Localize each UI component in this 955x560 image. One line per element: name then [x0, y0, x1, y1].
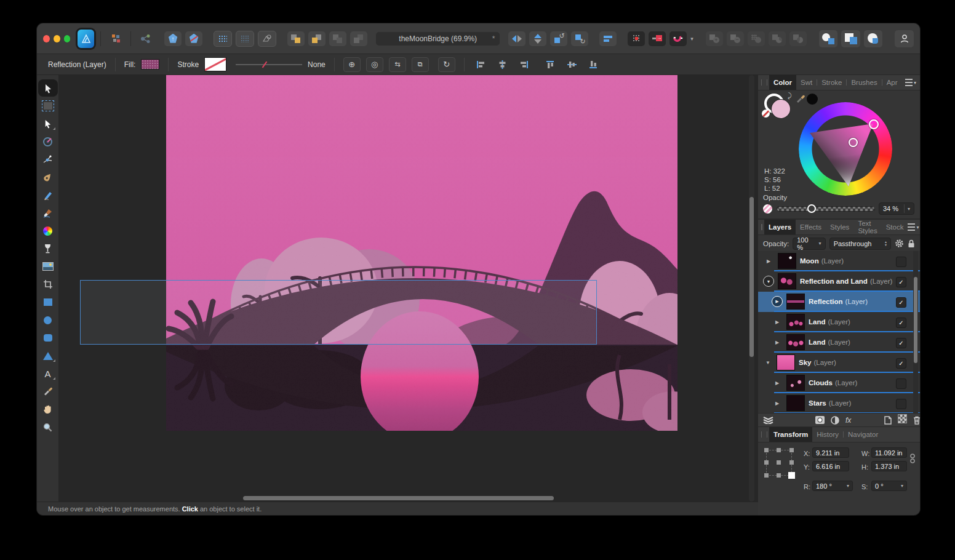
- account-button[interactable]: [895, 30, 914, 47]
- layer-settings-gear-icon[interactable]: [895, 239, 904, 248]
- swap-colors-icon[interactable]: ⤸: [788, 92, 792, 100]
- disclosure-icon[interactable]: ▼: [763, 276, 774, 287]
- pencil-tool[interactable]: [40, 188, 56, 202]
- tab-navigator[interactable]: Navigator: [844, 427, 882, 442]
- grid-show-button[interactable]: [214, 31, 232, 47]
- layer-thumbnail[interactable]: [786, 314, 805, 330]
- align-center-h-button[interactable]: [495, 58, 511, 71]
- insert-behind-button[interactable]: [819, 30, 838, 47]
- disclosure-icon[interactable]: ▼: [765, 360, 770, 366]
- move-to-front-button[interactable]: [287, 31, 305, 46]
- transform-mode-button[interactable]: ⧉: [412, 57, 429, 72]
- place-image-tool[interactable]: [40, 260, 56, 273]
- color-wheel[interactable]: [799, 102, 892, 196]
- triangle-tool[interactable]: [40, 349, 56, 362]
- canvas-horizontal-scroll-thumb[interactable]: [243, 496, 554, 500]
- canvas-vertical-scroll-thumb[interactable]: [749, 197, 754, 357]
- rotate-cw-button[interactable]: ↻: [571, 31, 588, 46]
- rotation-dropdown[interactable]: 180 °▾: [812, 481, 853, 491]
- layers-panel-menu-icon[interactable]: ▾: [908, 220, 920, 234]
- mask-layer-icon[interactable]: [815, 416, 825, 424]
- fill-swatch[interactable]: [141, 59, 159, 70]
- node-tool[interactable]: [40, 117, 56, 130]
- panel-grip-icon[interactable]: [761, 431, 767, 438]
- fill-gradient-tool[interactable]: [40, 224, 56, 238]
- insert-inside-flower-button[interactable]: ↑: [164, 31, 182, 46]
- snapping-magnet-toggle[interactable]: [669, 31, 687, 46]
- layer-effects-fx-icon[interactable]: fx: [845, 416, 851, 425]
- layers-scrollbar-thumb[interactable]: [914, 277, 917, 363]
- opacity-noise-chip[interactable]: [763, 204, 772, 214]
- new-layer-icon[interactable]: [884, 416, 892, 425]
- share-nodes-icon[interactable]: [137, 31, 154, 46]
- layer-row-reflection-and-land[interactable]: ▼ Reflection and Land(Layer) ✓: [758, 271, 920, 292]
- layer-row-land-1[interactable]: ▶ Land(Layer) ✓: [758, 312, 920, 333]
- point-transform-tool[interactable]: [40, 135, 56, 148]
- layer-row-reflection[interactable]: ▶ Reflection(Layer) ✓: [758, 292, 920, 313]
- text-tool[interactable]: A: [40, 367, 56, 380]
- view-pan-tool[interactable]: [40, 402, 56, 416]
- layer-row-moon[interactable]: ▶ Moon(Layer): [758, 251, 920, 272]
- snap-move-toggle[interactable]: →: [649, 31, 666, 46]
- layer-visibility-checkbox[interactable]: [896, 399, 906, 409]
- align-middle-v-button[interactable]: [564, 58, 580, 71]
- edit-all-layers-icon[interactable]: [763, 416, 773, 424]
- delete-layer-trash-icon[interactable]: [913, 416, 920, 425]
- ellipse-tool[interactable]: [40, 313, 56, 327]
- tab-effects[interactable]: Effects: [796, 220, 826, 234]
- color-panel-menu-icon[interactable]: ▾: [905, 75, 920, 90]
- cycle-selection-button[interactable]: ↻: [438, 57, 455, 72]
- layer-thumbnail[interactable]: [786, 294, 805, 310]
- document-canvas[interactable]: [166, 75, 677, 431]
- color-chooser-icon[interactable]: [107, 31, 124, 46]
- y-field[interactable]: 6.616 in: [812, 461, 849, 471]
- tab-swatches[interactable]: Swt: [796, 75, 817, 90]
- tab-layers[interactable]: Layers: [764, 220, 796, 234]
- layer-row-clouds[interactable]: ▶ Clouds(Layer): [758, 373, 920, 394]
- zoom-tool[interactable]: [40, 420, 56, 434]
- layer-visibility-checkbox[interactable]: ✓: [896, 338, 906, 348]
- disclosure-icon[interactable]: ▶: [767, 258, 770, 264]
- boolean-combine-button[interactable]: [789, 31, 807, 46]
- link-dimensions-icon[interactable]: [910, 453, 915, 465]
- no-insert-flower-button[interactable]: [185, 31, 202, 46]
- close-button[interactable]: [43, 35, 50, 42]
- panel-grip-icon[interactable]: [761, 79, 767, 86]
- disclosure-icon[interactable]: ▶: [772, 296, 783, 307]
- layer-row-stars[interactable]: ▶ Stars(Layer): [758, 393, 920, 413]
- stroke-width-slider[interactable]: [236, 58, 302, 71]
- move-forward-button[interactable]: [329, 31, 346, 46]
- x-field[interactable]: 9.211 in: [812, 447, 849, 458]
- layer-thumbnail[interactable]: [786, 334, 805, 350]
- zoom-window-button[interactable]: [64, 35, 71, 42]
- canvas-viewport[interactable]: [58, 75, 758, 502]
- corner-tool[interactable]: [40, 153, 56, 166]
- layer-visibility-checkbox[interactable]: [896, 257, 906, 267]
- disclosure-icon[interactable]: ▶: [775, 401, 779, 406]
- vector-brush-tool[interactable]: [40, 206, 56, 220]
- insert-inside-button[interactable]: [841, 30, 860, 47]
- move-tool[interactable]: [40, 81, 56, 95]
- stroke-width-value[interactable]: None: [308, 60, 326, 69]
- pen-tool[interactable]: [40, 170, 56, 184]
- tab-brushes[interactable]: Brushes: [847, 75, 881, 90]
- layer-opacity-dropdown[interactable]: 100 %▾: [793, 238, 825, 250]
- tab-styles[interactable]: Styles: [826, 220, 853, 234]
- transform-origin-button[interactable]: ⊕: [343, 57, 361, 72]
- align-bottom-button[interactable]: [586, 58, 602, 71]
- disclosure-icon[interactable]: ▶: [775, 380, 779, 386]
- boolean-add-button[interactable]: +: [706, 31, 723, 46]
- tab-stroke[interactable]: Stroke: [817, 75, 846, 90]
- new-pixel-layer-icon[interactable]: [898, 414, 907, 426]
- move-backward-button[interactable]: [350, 31, 367, 46]
- tab-transform[interactable]: Transform: [769, 427, 812, 442]
- tab-appearance[interactable]: Apr: [882, 75, 902, 90]
- snap-grid-toggle[interactable]: [628, 31, 645, 46]
- adjustment-layer-icon[interactable]: [831, 416, 839, 425]
- h-field[interactable]: 1.373 in: [871, 461, 907, 471]
- layer-visibility-checkbox[interactable]: ✓: [896, 297, 906, 308]
- layer-lock-icon[interactable]: [908, 239, 915, 248]
- align-right-button[interactable]: [516, 58, 532, 71]
- align-left-button[interactable]: [473, 58, 489, 71]
- panel-grip-icon[interactable]: [761, 224, 762, 230]
